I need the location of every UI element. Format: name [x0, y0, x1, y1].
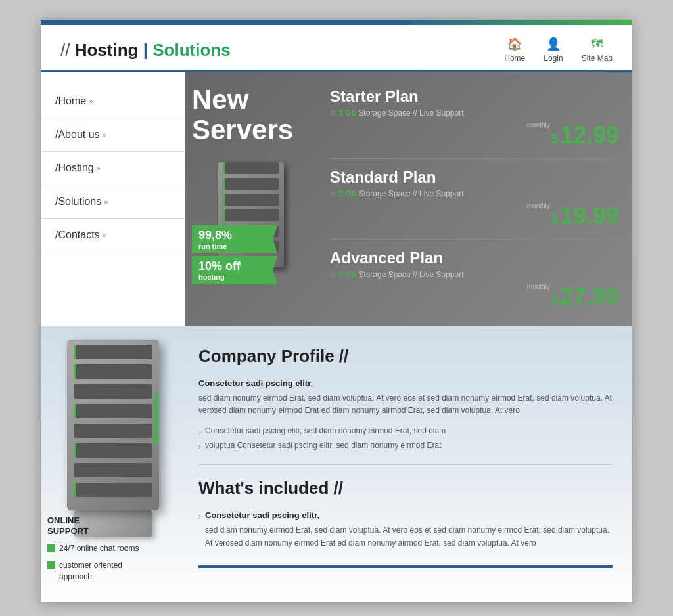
plan-price-1: 19.99: [560, 202, 619, 230]
plan-name-0: Starter Plan: [330, 87, 619, 106]
plans-section: Starter Plan ⚙ 1 Gb Storage Space // Liv…: [317, 72, 632, 326]
section-divider: [198, 464, 613, 465]
online-support-box: ONLINESUPPORT 24/7 online chat rooms cus…: [47, 516, 139, 583]
plan-monthly-2: monthly: [527, 283, 550, 290]
plan-gb-2: 4 Gb: [338, 270, 356, 279]
nav-label-1: Login: [544, 54, 563, 63]
main-area: /Home»/About us»/Hosting»/Solutions»/Con…: [41, 72, 632, 326]
logo: // Hosting | Solutions: [60, 40, 231, 60]
badge-discount: 10% off hosting: [192, 256, 277, 284]
header: // Hosting | Solutions 🏠Home👤Login🗺Site …: [41, 25, 632, 72]
nav-icon-0: 🏠: [507, 37, 522, 51]
logo-pipe: |: [143, 40, 148, 60]
badge-label: run time: [198, 242, 271, 250]
whats-included-bullet: › Consetetur sadi pscing elitr, sed diam…: [198, 510, 613, 558]
plan-dollar-0: $: [551, 131, 559, 146]
sidebar-label-4: /Contacts: [55, 229, 100, 241]
company-bullet-2: › voluptua Consetetur sadi pscing elitr,…: [198, 441, 613, 451]
company-profile-body: sed diam nonumy eirmod Erat, sed diam vo…: [198, 392, 613, 417]
plan-support-1: Storage Space // Live Support: [358, 189, 463, 198]
plan-price-2: 27.99: [560, 283, 619, 311]
plan-price-0: 12.99: [560, 121, 619, 149]
badge-discount-percent: 10% off: [198, 259, 271, 273]
plan-gb-1: 2 Gb: [338, 189, 356, 198]
hero-section: New Servers 9: [185, 72, 632, 326]
plan-support-0: Storage Space // Live Support: [358, 108, 463, 118]
support-text-1: 24/7 online chat rooms: [59, 543, 139, 554]
footer-bar: [198, 565, 613, 568]
nav-icon-1: 👤: [546, 37, 561, 51]
lower-section: ONLINESUPPORT 24/7 online chat rooms cus…: [41, 326, 632, 602]
sidebar-item-3[interactable]: /Solutions»: [41, 185, 185, 219]
whats-included-bold: Consetetur sadi pscing elitr,: [205, 510, 613, 520]
plan-gb-0: 1 Gb: [338, 108, 356, 118]
plan-dollar-2: $: [551, 293, 559, 308]
sidebar-item-0[interactable]: /Home»: [41, 85, 185, 118]
company-profile-bold: Consetetur sadi pscing elitr,: [198, 378, 613, 388]
logo-solutions: Solutions: [152, 40, 230, 60]
hero-title-line2: Servers: [192, 114, 293, 145]
sidebar-item-1[interactable]: /About us»: [41, 118, 185, 152]
hero-left: New Servers 9: [185, 72, 317, 326]
support-bullet-1: [47, 544, 55, 552]
sidebar-label-1: /About us: [55, 129, 100, 141]
plan-features-0: ⚙ 1 Gb Storage Space // Live Support: [330, 108, 619, 118]
plan-monthly-1: monthly: [527, 202, 550, 209]
sidebar-arrow-3: »: [104, 198, 108, 206]
support-item-247: 24/7 online chat rooms: [47, 543, 139, 554]
plan-features-1: ⚙ 2 Gb Storage Space // Live Support: [330, 189, 619, 198]
hero-title-line1: New: [192, 84, 248, 115]
lower-left: ONLINESUPPORT 24/7 online chat rooms cus…: [41, 326, 185, 602]
top-bar: [41, 20, 632, 25]
whats-included-body: sed diam nonumy eirmod Erat, sed diam vo…: [205, 524, 613, 549]
plan-name-1: Standard Plan: [330, 168, 619, 187]
support-item-customer: customer oriented approach: [47, 560, 139, 583]
header-nav-site-map[interactable]: 🗺Site Map: [582, 37, 613, 63]
logo-slash: //: [60, 40, 70, 60]
lower-right: Company Profile // Consetetur sadi pscin…: [185, 326, 632, 602]
badge-discount-label: hosting: [198, 273, 271, 281]
nav-label-0: Home: [504, 54, 525, 63]
company-bullet-text-2: voluptua Consetetur sadi pscing elitr, s…: [205, 441, 442, 450]
company-bullet-text-1: Consetetur sadi pscing elitr, sed diam n…: [205, 426, 446, 435]
plan-row-0: Starter Plan ⚙ 1 Gb Storage Space // Liv…: [330, 78, 619, 159]
plan-features-2: ⚙ 4 Gb Storage Space // Live Support: [330, 270, 619, 279]
company-bullet-1: › Consetetur sadi pscing elitr, sed diam…: [198, 426, 613, 437]
header-nav-login[interactable]: 👤Login: [544, 37, 563, 63]
company-profile-title: Company Profile //: [198, 346, 613, 366]
page-wrapper: // Hosting | Solutions 🏠Home👤Login🗺Site …: [41, 20, 632, 602]
support-bullet-2: [47, 561, 55, 569]
sidebar-item-2[interactable]: /Hosting»: [41, 152, 185, 185]
bullet-arrow-2: ›: [198, 442, 201, 451]
header-nav-home[interactable]: 🏠Home: [504, 37, 525, 63]
sidebar-arrow-2: »: [97, 164, 101, 172]
nav-icon-2: 🗺: [591, 37, 603, 51]
support-text-2: customer oriented approach: [59, 560, 139, 583]
logo-hosting: Hosting: [75, 40, 139, 60]
plan-row-1: Standard Plan ⚙ 2 Gb Storage Space // Li…: [330, 159, 619, 240]
nav-label-2: Site Map: [582, 54, 613, 63]
whats-included-title: What's included //: [198, 478, 613, 498]
sidebar: /Home»/About us»/Hosting»/Solutions»/Con…: [41, 72, 185, 326]
sidebar-item-4[interactable]: /Contacts»: [41, 219, 185, 252]
hero-title: New Servers: [192, 85, 310, 145]
header-nav: 🏠Home👤Login🗺Site Map: [504, 37, 613, 63]
sidebar-label-3: /Solutions: [55, 196, 101, 208]
badge-runtime: 99,8% run time: [192, 225, 277, 253]
plan-name-2: Advanced Plan: [330, 249, 619, 267]
online-support-title: ONLINESUPPORT: [47, 516, 139, 536]
sidebar-arrow-0: »: [89, 97, 93, 105]
sidebar-arrow-4: »: [103, 231, 106, 239]
badge-percent: 99,8%: [198, 229, 271, 242]
plan-row-2: Advanced Plan ⚙ 4 Gb Storage Space // Li…: [330, 240, 619, 320]
bullet-arrow-3: ›: [198, 512, 201, 521]
sidebar-label-2: /Hosting: [55, 162, 94, 174]
sidebar-arrow-1: »: [103, 131, 106, 139]
sidebar-label-0: /Home: [55, 95, 86, 107]
plan-dollar-1: $: [551, 212, 559, 227]
plan-monthly-0: monthly: [527, 121, 550, 129]
bullet-arrow-1: ›: [198, 428, 201, 437]
plan-support-2: Storage Space // Live Support: [358, 270, 463, 279]
